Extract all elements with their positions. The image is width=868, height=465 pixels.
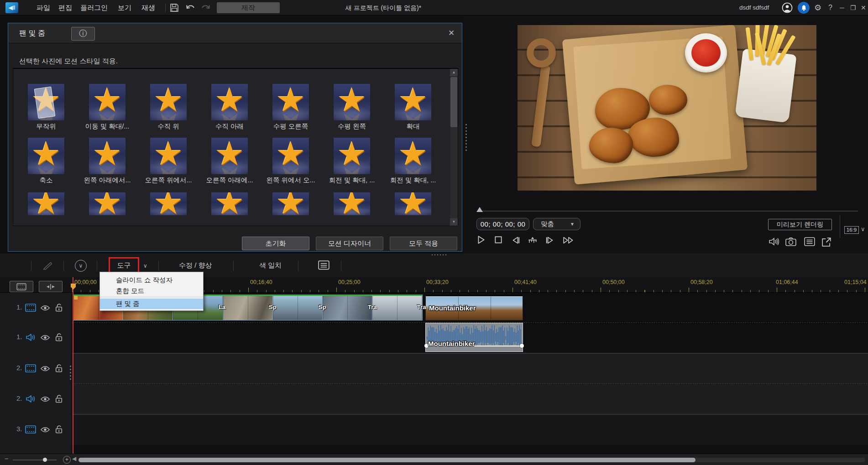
timeline-scrollbar-thumb[interactable] (78, 458, 695, 462)
undock-preview-icon[interactable] (821, 237, 831, 247)
panel-close-icon[interactable]: ✕ (445, 27, 457, 39)
timeline-zoom-slider[interactable] (13, 460, 57, 460)
horizontal-resize-grip[interactable] (431, 253, 446, 257)
scroll-down-icon[interactable]: ▼ (450, 218, 458, 226)
zoom-slider-thumb[interactable] (43, 458, 47, 462)
style-thumb[interactable]: ★★ (89, 138, 125, 174)
menu-item-slideshow-creator[interactable]: 슬라이드 쇼 작성자 (100, 275, 203, 285)
settings-gear-icon[interactable]: ⚙ (814, 0, 821, 16)
mountainbiker-video-clip[interactable]: Mountainbiker (425, 294, 523, 320)
eye-icon[interactable] (40, 305, 50, 311)
snapshot-camera-icon[interactable] (785, 237, 796, 246)
design-pen-icon[interactable] (42, 260, 53, 271)
playhead-line[interactable] (73, 277, 73, 454)
style-thumb-random[interactable]: ★★ (28, 84, 64, 120)
menu-edit[interactable]: 편집 (54, 0, 77, 16)
lock-icon[interactable] (55, 303, 63, 312)
timeline-clip[interactable] (223, 294, 273, 320)
track3-group-bg[interactable] (72, 415, 868, 445)
style-thumb[interactable]: ★★ (150, 84, 187, 120)
style-thumb[interactable]: ★★ (272, 84, 309, 120)
details-list-icon[interactable] (804, 237, 815, 246)
style-thumb[interactable]: ★★ (211, 84, 248, 120)
style-thumb[interactable]: ★ (395, 192, 431, 215)
save-icon[interactable] (170, 3, 179, 12)
next-frame-button[interactable] (545, 236, 555, 244)
style-thumb[interactable]: ★★ (89, 84, 125, 120)
reset-button[interactable]: 초기화 (242, 237, 309, 250)
account-icon[interactable] (781, 2, 793, 14)
header-resize-grip[interactable] (69, 365, 72, 381)
style-thumb[interactable]: ★ (28, 192, 64, 215)
fast-forward-button[interactable] (562, 236, 575, 244)
chevron-down-icon[interactable]: ∨ (143, 263, 147, 269)
seek-to-marker-button[interactable] (528, 236, 538, 244)
grid-scrollbar[interactable]: ▲ ▼ (450, 69, 458, 226)
zoom-fit-dropdown[interactable]: 맞춤▼ (533, 218, 580, 230)
style-thumb[interactable]: ★ (211, 192, 248, 215)
preview-seek-track[interactable] (479, 211, 858, 212)
stop-button[interactable] (494, 235, 503, 244)
color-match-button[interactable]: 색 일치 (259, 253, 282, 277)
scroll-left-icon[interactable]: ◀ (72, 455, 76, 462)
menu-plugin[interactable]: 플러그인 (76, 0, 112, 16)
volume-icon[interactable] (769, 237, 779, 246)
timecode-display[interactable]: 00; 00; 00; 00 (476, 218, 529, 230)
style-thumb[interactable]: ★★ (211, 138, 248, 174)
split-razor-button[interactable] (39, 281, 63, 292)
track-manager-button[interactable] (10, 281, 33, 292)
lock-icon[interactable] (55, 332, 63, 342)
lock-icon[interactable] (55, 363, 63, 373)
previous-frame-button[interactable] (511, 236, 521, 244)
produce-button[interactable]: 제작 (217, 2, 280, 13)
style-thumb[interactable]: ★ (150, 192, 187, 215)
style-thumb[interactable]: ★ (334, 192, 370, 215)
clip-attributes-icon[interactable] (318, 260, 329, 270)
style-thumb[interactable]: ★★ (150, 138, 187, 174)
restore-button[interactable]: ❐ (850, 0, 856, 16)
zoom-out-icon[interactable]: − (5, 455, 8, 462)
volume-handle[interactable] (520, 344, 524, 348)
style-thumb[interactable]: ★★ (334, 138, 370, 174)
eye-icon[interactable] (40, 426, 50, 433)
lock-icon[interactable] (55, 424, 63, 434)
style-thumb[interactable]: ★★ (334, 84, 370, 120)
help-icon[interactable]: ? (828, 0, 832, 16)
mountainbiker-audio-clip[interactable]: Mountainbiker (425, 323, 523, 352)
menu-item-pan-zoom[interactable]: 팬 및 줌 (100, 299, 203, 309)
style-thumb[interactable]: ★★ (395, 138, 431, 174)
panel-resize-grip[interactable] (465, 123, 467, 151)
timeline-clip[interactable] (272, 294, 323, 320)
play-button[interactable] (476, 235, 486, 244)
style-thumb[interactable]: ★★ (272, 138, 309, 174)
zoom-in-icon[interactable]: + (63, 456, 71, 464)
motion-designer-button[interactable]: 모션 디자이너 (316, 237, 383, 250)
eye-icon[interactable] (40, 334, 50, 341)
timeline-clip[interactable] (372, 294, 423, 320)
scrollbar-thumb[interactable] (450, 77, 457, 127)
info-button[interactable]: ⓘ (71, 27, 95, 41)
undo-icon[interactable] (185, 4, 195, 11)
track2-group-bg[interactable] (72, 354, 868, 414)
clock-range-icon[interactable]: ∨ (75, 260, 87, 272)
menu-view[interactable]: 보기 (113, 0, 136, 16)
style-thumb[interactable]: ★ (272, 192, 309, 215)
lock-icon[interactable] (55, 394, 63, 403)
menu-file[interactable]: 파일 (32, 0, 55, 16)
preview-seek-thumb[interactable] (476, 207, 483, 212)
notification-bell-icon[interactable] (798, 2, 810, 14)
scroll-up-icon[interactable]: ▲ (450, 69, 458, 76)
preview-render-button[interactable]: 미리보기 렌더링 (768, 219, 832, 230)
close-button[interactable]: ✕ (861, 0, 866, 16)
apply-all-button[interactable]: 모두 적용 (390, 237, 457, 250)
eye-icon[interactable] (40, 365, 50, 372)
minimize-button[interactable]: ─ (840, 0, 844, 16)
style-thumb[interactable]: ★ (89, 192, 125, 215)
style-thumb[interactable]: ★★ (28, 138, 64, 174)
chevron-down-icon[interactable]: ∨ (861, 226, 865, 232)
aspect-ratio-selector[interactable]: 16:9 (844, 226, 859, 234)
menu-item-blend-mode[interactable]: 혼합 모드 (100, 286, 203, 296)
timeline-clip[interactable] (322, 294, 372, 320)
redo-icon[interactable] (201, 4, 211, 11)
style-thumb[interactable]: ★★ (395, 84, 431, 120)
